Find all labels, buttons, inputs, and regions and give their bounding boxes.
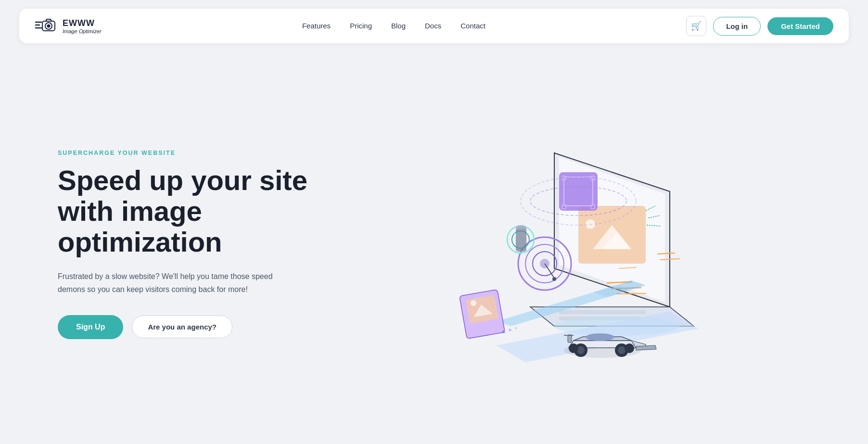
svg-marker-26 [636, 345, 656, 350]
svg-point-25 [586, 333, 614, 341]
svg-point-68 [515, 327, 517, 329]
svg-rect-17 [559, 310, 646, 314]
svg-point-66 [502, 330, 505, 333]
hero-illustration [327, 100, 810, 389]
login-button[interactable]: Log in [713, 17, 761, 36]
nav-item-pricing[interactable]: Pricing [350, 22, 372, 30]
logo-icon [35, 14, 58, 38]
nav-actions: 🛒 Log in Get Started [686, 16, 833, 36]
svg-point-33 [569, 343, 578, 353]
nav-item-docs[interactable]: Docs [425, 22, 441, 30]
nav-item-contact[interactable]: Contact [460, 22, 485, 30]
hero-description: Frustrated by a slow website? We'll help… [58, 270, 289, 296]
nav-item-features[interactable]: Features [302, 22, 331, 30]
agency-button[interactable]: Are you an agency? [132, 316, 232, 338]
nav-link-docs[interactable]: Docs [425, 22, 441, 30]
logo-title: EWWW [63, 18, 102, 28]
get-started-button[interactable]: Get Started [767, 17, 833, 35]
nav-link-pricing[interactable]: Pricing [350, 22, 372, 30]
svg-point-12 [586, 219, 595, 229]
logo-subtitle: Image Optimizer [63, 28, 102, 34]
hero-tagline: SUPERCHARGE YOUR WEBSITE [58, 150, 327, 156]
navbar: EWWW Image Optimizer Features Pricing Bl… [19, 9, 849, 43]
hero-content: SUPERCHARGE YOUR WEBSITE Speed up your s… [58, 150, 327, 339]
svg-rect-27 [568, 335, 572, 343]
signup-button[interactable]: Sign Up [58, 315, 123, 339]
svg-point-40 [552, 277, 556, 281]
logo-text: EWWW Image Optimizer [63, 18, 102, 34]
svg-rect-52 [516, 228, 526, 252]
nav-item-blog[interactable]: Blog [391, 22, 406, 30]
nav-link-contact[interactable]: Contact [460, 22, 485, 30]
svg-line-56 [617, 293, 646, 294]
hero-title: Speed up your site with image optimizati… [58, 165, 327, 257]
nav-link-features[interactable]: Features [302, 22, 331, 30]
logo[interactable]: EWWW Image Optimizer [35, 14, 102, 38]
cart-button[interactable]: 🛒 [686, 16, 706, 36]
svg-point-5 [47, 25, 51, 28]
nav-link-blog[interactable]: Blog [391, 22, 406, 30]
hero-illustration-svg [400, 105, 737, 384]
hero-section: SUPERCHARGE YOUR WEBSITE Speed up your s… [0, 52, 868, 427]
svg-point-34 [625, 343, 634, 353]
nav-links: Features Pricing Blog Docs Contact [302, 22, 485, 30]
svg-point-32 [618, 346, 625, 354]
svg-point-67 [509, 329, 511, 331]
svg-point-53 [516, 225, 526, 230]
hero-buttons: Sign Up Are you an agency? [58, 315, 327, 339]
